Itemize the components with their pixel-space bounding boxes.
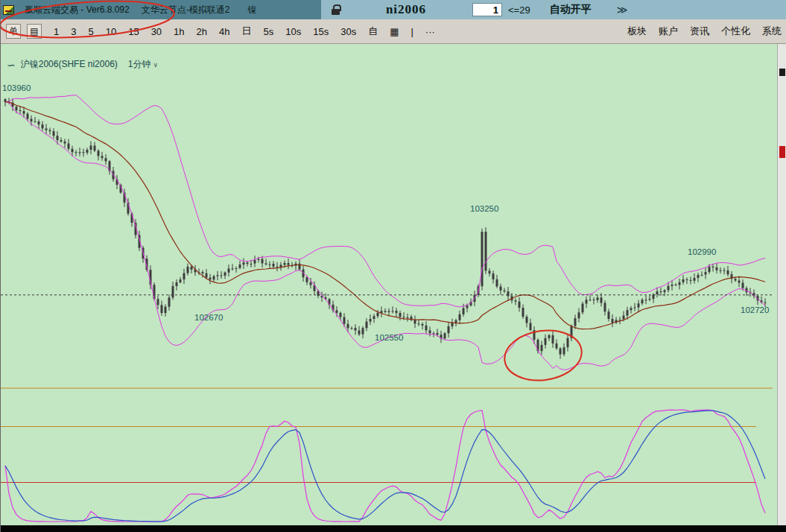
condition-label: <=29: [508, 4, 530, 16]
price-label: 102670: [194, 313, 223, 322]
timeframe-30s[interactable]: 30s: [340, 25, 356, 39]
save-icon[interactable]: ▤: [27, 24, 42, 39]
app-title: 赢顺云端交易 - Ver6.8.092: [25, 4, 130, 16]
app-window: 赢顺云端交易 - Ver6.8.092 文华云节点-模拟联通2 镍 ni2006…: [0, 0, 786, 532]
toolbar: 单 ▤ 1351015301h2h4h日5s10s15s30s自 ▦ | ···…: [1, 19, 786, 44]
scroll-thumb[interactable]: [779, 146, 785, 158]
menu-系统[interactable]: 系统: [762, 25, 782, 38]
server-node-label: 文华云节点-模拟联通2: [142, 4, 230, 16]
price-label: 103960: [2, 83, 31, 92]
quantity-input[interactable]: [472, 3, 502, 16]
chart-header: ∽ 沪镍2006(SHFE ni2006) 1分钟 ∨: [7, 58, 158, 71]
timeframe-1[interactable]: 1: [54, 25, 59, 39]
timeframe-1h[interactable]: 1h: [174, 25, 184, 39]
chart-region: ∽ 沪镍2006(SHFE ni2006) 1分钟 ∨ 103960103250…: [1, 44, 777, 525]
timeframe-30[interactable]: 30: [151, 25, 162, 39]
menu-资讯[interactable]: 资讯: [690, 25, 709, 38]
contract-code[interactable]: ni2006: [365, 2, 447, 17]
timeframe-日[interactable]: 日: [242, 23, 252, 39]
timeframe-15[interactable]: 15: [128, 25, 139, 39]
bottom-edge-bar: [1, 525, 786, 532]
app-icon: [3, 5, 14, 15]
timeframe-4h[interactable]: 4h: [219, 25, 229, 39]
timeframe-group: 1351015301h2h4h日5s10s15s30s自: [48, 23, 384, 39]
grid-layout-icon[interactable]: ▦: [390, 26, 399, 37]
right-menu: 板块账户资讯个性化系统: [615, 25, 782, 38]
auto-openclose-button[interactable]: 自动开平: [550, 3, 592, 16]
menu-个性化[interactable]: 个性化: [721, 25, 750, 38]
commodity-label: 镍: [247, 4, 256, 16]
menu-板块[interactable]: 板块: [627, 25, 647, 38]
quick-trade-strip: ni2006 <=29 自动开平 ≫: [321, 0, 786, 19]
price-label: 102990: [688, 247, 716, 256]
price-label: 102550: [375, 333, 403, 342]
title-bar: 赢顺云端交易 - Ver6.8.092 文华云节点-模拟联通2 镍 ni2006…: [1, 0, 786, 19]
timeframe-2h[interactable]: 2h: [197, 25, 207, 39]
chart-period-label[interactable]: 1分钟: [128, 58, 151, 71]
expand-chevron-icon[interactable]: ≫: [617, 4, 628, 16]
timeframe-自[interactable]: 自: [368, 23, 378, 39]
price-chart[interactable]: 103960103250102990102720102670102550: [1, 44, 777, 525]
price-label: 102720: [741, 305, 769, 314]
menu-账户[interactable]: 账户: [659, 25, 678, 38]
divider-icon: |: [411, 26, 413, 37]
chart-symbol-label: 沪镍2006(SHFE ni2006): [21, 58, 118, 71]
scroll-mark-icon[interactable]: [779, 69, 785, 76]
lock-icon[interactable]: [332, 9, 340, 15]
chevron-down-icon[interactable]: ∨: [153, 61, 158, 69]
timeframe-5s[interactable]: 5s: [264, 25, 274, 39]
timeframe-3[interactable]: 3: [71, 25, 76, 39]
more-icon[interactable]: ···: [425, 26, 435, 37]
timeframe-15s[interactable]: 15s: [313, 25, 329, 39]
order-ticket-button[interactable]: 单: [6, 24, 21, 39]
timeframe-10[interactable]: 10: [106, 25, 116, 39]
chart-wave-icon: ∽: [7, 59, 16, 71]
timeframe-5[interactable]: 5: [88, 25, 93, 39]
timeframe-10s[interactable]: 10s: [285, 25, 301, 39]
candlesticks: [5, 98, 765, 358]
price-label: 103250: [470, 204, 498, 213]
right-scroll-strip[interactable]: [777, 44, 786, 525]
